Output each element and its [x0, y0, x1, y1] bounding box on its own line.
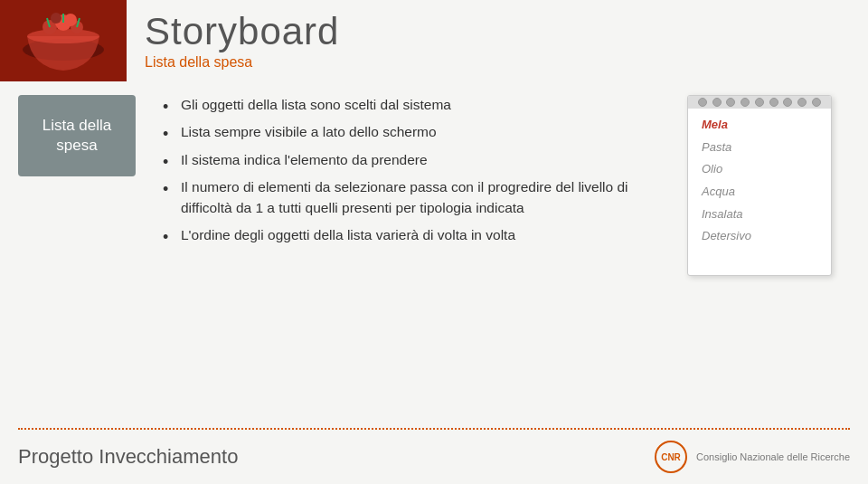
- bullet-item: Gli oggetti della lista sono scelti dal …: [163, 95, 651, 115]
- label-box: Lista della spesa: [18, 95, 136, 176]
- notebook-lines: MelaPastaOlioAcquaInsalataDetersivo: [688, 96, 831, 257]
- header-image-bg: [0, 0, 127, 81]
- notebook-item: Olio: [702, 158, 817, 181]
- spiral-dot: [741, 98, 750, 107]
- main-content: Lista della spesa Gli oggetti della list…: [0, 81, 868, 430]
- spiral-dot: [698, 98, 707, 107]
- header-image: [0, 0, 127, 81]
- spiral-dot: [783, 98, 792, 107]
- header-text-group: Storyboard Lista della spesa: [127, 11, 339, 71]
- footer-project-title: Progetto Invecchiamento: [18, 445, 238, 469]
- bullet-item: L'ordine degli oggetti della lista varie…: [163, 225, 651, 245]
- notebook-item: Insalata: [702, 204, 817, 226]
- page-title: Storyboard: [145, 11, 339, 52]
- notebook-item: Mela: [702, 114, 817, 137]
- svg-text:CNR: CNR: [661, 452, 681, 462]
- spiral-dot: [712, 98, 722, 107]
- notebook-item: Pasta: [702, 137, 817, 159]
- notebook-spiral: [688, 96, 831, 109]
- bullet-item: Il numero di elementi da selezionare pas…: [163, 177, 651, 218]
- notebook-area: MelaPastaOlioAcquaInsalataDetersivo: [678, 90, 841, 421]
- bullet-item: Lista sempre visibile a lato dello scher…: [163, 122, 651, 142]
- svg-point-7: [64, 14, 77, 26]
- spiral-dot: [797, 98, 807, 107]
- cnr-logo-icon: CNR: [655, 441, 687, 473]
- bullet-list-items: Gli oggetti della lista sono scelti dal …: [163, 95, 651, 246]
- bullet-item: Il sistema indica l'elemento da prendere: [163, 150, 651, 170]
- spiral-dot: [726, 98, 735, 107]
- bowl-illustration: [0, 0, 127, 81]
- notebook: MelaPastaOlioAcquaInsalataDetersivo: [687, 95, 832, 276]
- bullet-list: Gli oggetti della lista sono scelti dal …: [163, 90, 651, 421]
- svg-point-6: [51, 13, 61, 24]
- footer-logo-text: Consiglio Nazionale delle Ricerche: [696, 451, 850, 463]
- notebook-item: Detersivo: [702, 225, 817, 248]
- header: Storyboard Lista della spesa: [0, 0, 868, 81]
- footer: Progetto Invecchiamento CNR Consiglio Na…: [0, 430, 868, 484]
- notebook-item: Acqua: [702, 181, 817, 204]
- page-subtitle: Lista della spesa: [145, 54, 339, 71]
- footer-logo: CNR Consiglio Nazionale delle Ricerche: [655, 441, 850, 473]
- spiral-dot: [769, 98, 778, 107]
- spiral-dot: [812, 98, 821, 107]
- spiral-dot: [755, 98, 764, 107]
- svg-point-2: [27, 29, 99, 43]
